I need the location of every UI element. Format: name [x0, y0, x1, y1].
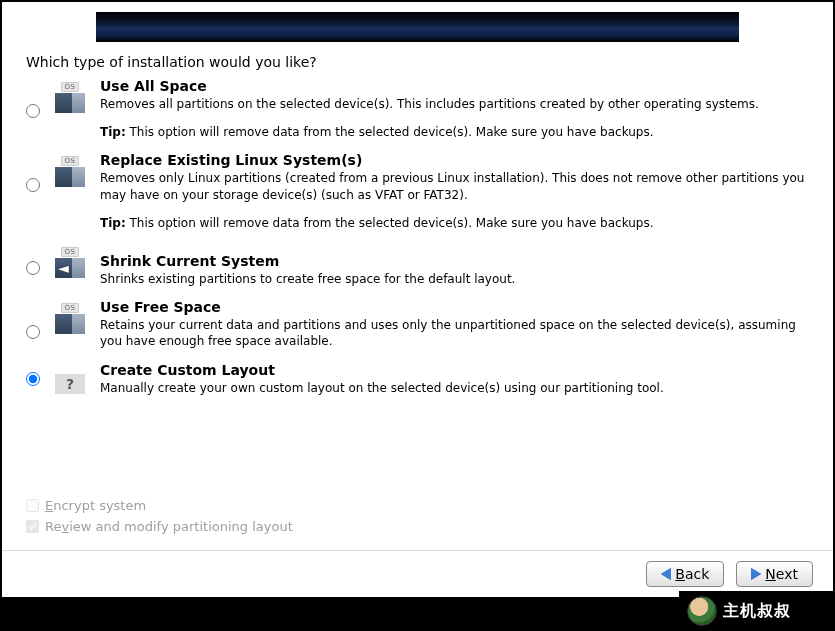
option-title: Use Free Space	[100, 299, 809, 315]
option-title: Shrink Current System	[100, 253, 809, 269]
option-title: Use All Space	[100, 78, 809, 94]
question-prompt: Which type of installation would you lik…	[2, 50, 833, 78]
watermark-avatar-icon	[687, 596, 717, 626]
disk-icon-custom: ?	[54, 362, 86, 394]
radio-shrink[interactable]	[26, 261, 40, 275]
option-custom: ? Create Custom Layout Manually create y…	[26, 362, 809, 396]
installation-options: OS Use All Space Removes all partitions …	[2, 78, 833, 492]
checkbox-area: Encrypt system Review and modify partiti…	[2, 492, 833, 550]
radio-use-all-space[interactable]	[26, 104, 40, 118]
encrypt-checkbox[interactable]	[26, 499, 39, 512]
disk-icon-use-all: OS	[54, 78, 86, 113]
option-desc: Retains your current data and partitions…	[100, 317, 809, 349]
option-replace-linux: OS Replace Existing Linux System(s) Remo…	[26, 152, 809, 231]
disk-icon-free: OS	[54, 299, 86, 334]
option-desc: Removes only Linux partitions (created f…	[100, 170, 809, 202]
back-label: Back	[675, 566, 709, 582]
encrypt-label: Encrypt system	[45, 498, 146, 513]
encrypt-checkbox-row[interactable]: Encrypt system	[26, 498, 809, 513]
next-button[interactable]: Next	[736, 561, 813, 587]
option-title: Create Custom Layout	[100, 362, 809, 378]
option-desc: Shrinks existing partitions to create fr…	[100, 271, 809, 287]
option-free-space: OS Use Free Space Retains your current d…	[26, 299, 809, 349]
arrow-left-icon	[661, 568, 671, 580]
installer-window: Which type of installation would you lik…	[0, 0, 835, 599]
review-label: Review and modify partitioning layout	[45, 519, 293, 534]
header-banner	[96, 12, 739, 42]
option-desc: Manually create your own custom layout o…	[100, 380, 809, 396]
next-label: Next	[765, 566, 798, 582]
disk-icon-replace: OS	[54, 152, 86, 187]
back-button[interactable]: Back	[646, 561, 724, 587]
disk-icon-shrink: OS ◄	[54, 243, 86, 278]
footer-buttons: Back Next	[2, 550, 833, 597]
arrow-right-icon	[751, 568, 761, 580]
option-tip: Tip: This option will remove data from t…	[100, 124, 809, 140]
review-checkbox-row[interactable]: Review and modify partitioning layout	[26, 519, 809, 534]
option-use-all-space: OS Use All Space Removes all partitions …	[26, 78, 809, 140]
option-title: Replace Existing Linux System(s)	[100, 152, 809, 168]
radio-replace-linux[interactable]	[26, 178, 40, 192]
radio-free-space[interactable]	[26, 325, 40, 339]
watermark-text: 主机叔叔	[723, 601, 791, 622]
radio-custom[interactable]	[26, 372, 40, 386]
option-tip: Tip: This option will remove data from t…	[100, 215, 809, 231]
review-checkbox[interactable]	[26, 520, 39, 533]
option-desc: Removes all partitions on the selected d…	[100, 96, 809, 112]
option-shrink: OS ◄ Shrink Current System Shrinks exist…	[26, 243, 809, 287]
watermark: 主机叔叔	[679, 591, 835, 631]
